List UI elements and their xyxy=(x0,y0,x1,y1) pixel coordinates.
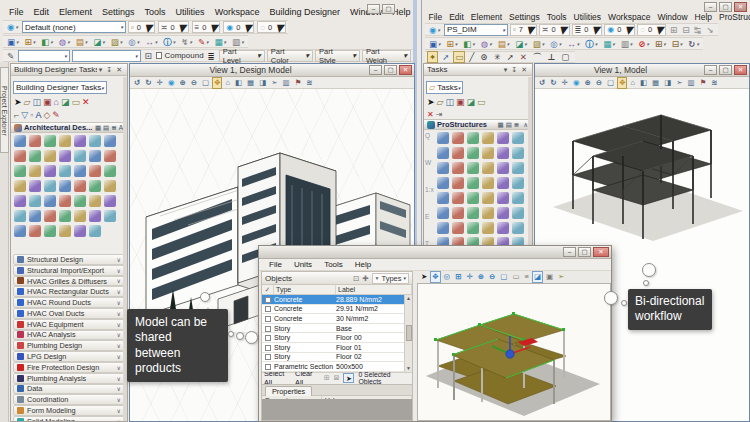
pin-icon[interactable]: ↧ xyxy=(509,66,519,74)
layout-toggle-icon[interactable]: ▦ xyxy=(496,121,504,129)
markup-task-icon[interactable]: ✎ xyxy=(52,110,60,121)
task-section[interactable]: Structural Import/Export ∨ xyxy=(13,265,125,276)
tool-icon[interactable] xyxy=(59,180,71,192)
row-checkbox[interactable] xyxy=(265,335,271,341)
panel-menu-icon[interactable]: ▾ xyxy=(502,66,510,74)
task-section[interactable]: HVAC Equipment ∨ xyxy=(13,319,125,330)
tool-icon[interactable] xyxy=(467,177,479,189)
swap-tool[interactable]: ↹ xyxy=(692,24,703,36)
menu-item[interactable]: Building Designer xyxy=(264,7,345,17)
minimize-button[interactable]: – xyxy=(369,65,382,75)
tool-icon[interactable] xyxy=(59,225,71,237)
menu-item[interactable]: Element xyxy=(54,7,97,17)
active-level-combo[interactable]: Default (none)▾ xyxy=(22,21,126,33)
task-section[interactable]: Fire Protection Design ∨ xyxy=(13,362,125,373)
measure-tool[interactable]: ◎▾ xyxy=(548,38,563,50)
tool-icon[interactable] xyxy=(89,165,101,177)
menu-item[interactable]: Tools xyxy=(318,260,349,269)
tool-icon[interactable] xyxy=(467,207,479,219)
box-task-icon[interactable]: ▫ xyxy=(30,110,33,121)
menu-item[interactable]: Settings xyxy=(506,12,544,22)
wall-task-icon[interactable]: ▱ xyxy=(24,97,31,108)
fit-view-icon[interactable]: ⌂ xyxy=(628,77,637,89)
label-column-header[interactable]: Label xyxy=(336,285,412,294)
task-section[interactable]: Plumbing Design ∨ xyxy=(13,340,125,351)
compound-checkbox[interactable] xyxy=(156,52,163,59)
solid-icon[interactable]: ▣ xyxy=(544,271,555,283)
maximize-button[interactable]: ▢ xyxy=(578,247,591,257)
ps-pair-tool[interactable]: ⊞▾ xyxy=(653,38,668,50)
minimize-button[interactable]: – xyxy=(704,65,717,75)
tool-icon[interactable] xyxy=(59,210,71,222)
dimension-tool[interactable]: ↔▾ xyxy=(143,36,159,48)
row-checkbox[interactable] xyxy=(265,345,271,351)
delete-task-icon[interactable]: ✕ xyxy=(82,97,90,108)
object-row[interactable]: Story Floor 02 xyxy=(262,353,412,363)
refresh-tool[interactable]: ↻▾ xyxy=(686,38,701,50)
task-section[interactable]: HVAC Grilles & Diffusers ∨ xyxy=(13,276,125,287)
row-checkbox[interactable] xyxy=(265,306,271,312)
hide-icon[interactable]: ⊠ xyxy=(334,374,340,382)
groups-tool[interactable]: ▤▾ xyxy=(496,38,512,50)
row-checkbox[interactable] xyxy=(265,326,271,332)
active-color[interactable]: ▫ 0▾ xyxy=(128,21,155,33)
tool-icon[interactable] xyxy=(89,150,101,162)
diamond-task-icon[interactable]: ◇ xyxy=(43,110,50,121)
active-color[interactable]: ▫ 7▾ xyxy=(510,24,537,36)
tool-icon[interactable] xyxy=(104,195,116,207)
add-icon[interactable]: ✚ xyxy=(362,274,368,283)
object-row[interactable]: Concrete 30 N/mm2 xyxy=(262,314,412,324)
links-tool[interactable]: ↯▾ xyxy=(179,36,194,48)
scroll-thumb[interactable] xyxy=(406,325,412,341)
text-task-icon[interactable]: A xyxy=(35,110,41,121)
undo-view-icon[interactable]: ≋ xyxy=(304,77,314,89)
tool-icon[interactable] xyxy=(89,180,101,192)
active-attributes-icon[interactable]: ◉▾ xyxy=(427,24,442,36)
tool-icon[interactable] xyxy=(89,195,101,207)
tool-icon[interactable] xyxy=(44,135,56,147)
zoom-out-icon[interactable]: ⊖ xyxy=(487,271,497,283)
tool-icon[interactable] xyxy=(482,207,494,219)
tool-icon[interactable] xyxy=(497,132,509,144)
tool-icon[interactable] xyxy=(74,210,86,222)
object-row[interactable]: Story Floor 00 xyxy=(262,333,412,343)
view-attributes-icon[interactable]: ▦ xyxy=(650,77,661,89)
object-row[interactable]: Story Base xyxy=(262,324,412,334)
window-task-icon[interactable]: ▣ xyxy=(456,97,465,108)
window-area-icon[interactable]: ▢ xyxy=(605,77,616,89)
tool-icon[interactable] xyxy=(14,195,26,207)
task-section[interactable]: HVAC Rectangular Ducts ∨ xyxy=(13,286,125,297)
types-filter-dropdown[interactable]: ▼ Types ▾ xyxy=(372,273,409,284)
slab-task-icon[interactable]: ◪ xyxy=(467,97,476,108)
object-row[interactable]: Story Floor 01 xyxy=(262,343,412,353)
tasks-combo[interactable]: Building Designer Tasks▾ xyxy=(13,81,107,94)
pattern-tool[interactable]: ▨▾ xyxy=(109,36,125,48)
door-task-icon[interactable]: ◫ xyxy=(32,97,41,108)
views-icon[interactable]: ▭ xyxy=(510,271,521,283)
tool-icon[interactable] xyxy=(74,165,86,177)
orbit-icon[interactable]: ◎ xyxy=(442,271,453,283)
element-info-tool[interactable]: ⓘ▾ xyxy=(583,38,599,50)
zoom-window-icon[interactable]: ⊞ xyxy=(453,271,463,283)
menu-item[interactable]: Help xyxy=(691,12,715,22)
pan-icon[interactable]: ✥ xyxy=(617,77,627,89)
objects-scrollbar[interactable]: ▲ ▼ xyxy=(404,295,412,372)
tool-icon[interactable] xyxy=(14,135,26,147)
zoom-out-icon[interactable]: ⊖ xyxy=(594,77,604,89)
row-checkbox[interactable] xyxy=(265,316,271,322)
tasks-combo[interactable]: ▱ Tasks ▾ xyxy=(426,81,463,94)
menu-item[interactable]: Edit xyxy=(446,12,468,22)
tool-icon[interactable] xyxy=(497,207,509,219)
menu-item[interactable]: Settings xyxy=(97,7,140,17)
part-family-combo[interactable]: ▾ xyxy=(18,50,70,62)
tool-icon[interactable] xyxy=(14,210,26,222)
tool-icon[interactable] xyxy=(467,222,479,234)
tool-icon[interactable] xyxy=(467,132,479,144)
beam-task-icon[interactable]: ▭ xyxy=(477,97,486,108)
panel-menu-icon[interactable]: ▾ xyxy=(97,66,105,74)
task-section[interactable]: Plumbing Analysis ∨ xyxy=(13,373,125,384)
tool-icon[interactable] xyxy=(497,147,509,159)
tool-icon[interactable] xyxy=(14,225,26,237)
saved-views-icon[interactable]: ▥ xyxy=(281,77,292,89)
object-row[interactable]: Parametric Section 500x500 xyxy=(262,362,412,372)
